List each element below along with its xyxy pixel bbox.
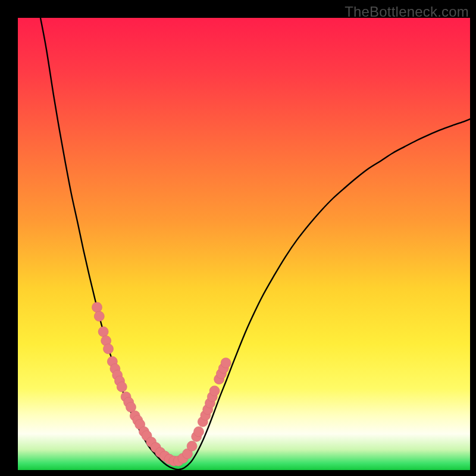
bead-marker (221, 358, 231, 368)
bead-marker (92, 302, 102, 312)
bead-marker (104, 344, 114, 354)
curve-layer (18, 18, 470, 470)
chart-frame: TheBottleneck.com (0, 0, 476, 476)
plot-area (18, 18, 470, 470)
bottleneck-curve (40, 18, 470, 469)
watermark-label: TheBottleneck.com (345, 4, 469, 20)
bead-marker (209, 386, 220, 396)
bead-marker (117, 382, 127, 392)
bead-marker (94, 311, 104, 321)
bead-marker (98, 327, 108, 337)
bead-marker (187, 441, 197, 451)
bead-marker (194, 427, 204, 437)
bead-markers (92, 302, 231, 466)
